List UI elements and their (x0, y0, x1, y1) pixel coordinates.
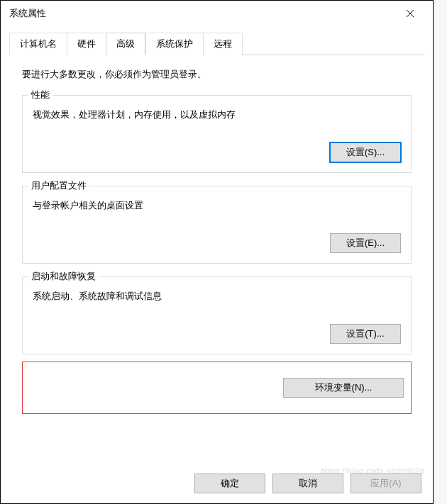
admin-note: 要进行大多数更改，你必须作为管理员登录。 (22, 68, 412, 81)
tab-panel-advanced: 要进行大多数更改，你必须作为管理员登录。 性能 视觉效果，处理器计划，内存使用，… (9, 55, 424, 421)
dialog-title: 系统属性 (9, 7, 46, 20)
group-performance-desc: 视觉效果，处理器计划，内存使用，以及虚拟内存 (33, 108, 401, 121)
group-startup-recovery-actions: 设置(T)... (33, 324, 401, 344)
dialog-footer: 确定 取消 应用(A) (194, 474, 421, 493)
group-user-profiles-actions: 设置(E)... (33, 233, 401, 253)
group-performance: 性能 视觉效果，处理器计划，内存使用，以及虚拟内存 设置(S)... (22, 95, 412, 173)
close-button[interactable] (396, 3, 424, 24)
tab-remote[interactable]: 远程 (203, 33, 243, 55)
group-user-profiles-desc: 与登录帐户相关的桌面设置 (33, 199, 401, 212)
system-properties-dialog: 系统属性 计算机名 硬件 高级 系统保护 远程 要进行大多数更改，你必须作为管理… (0, 0, 434, 504)
dialog-content: 计算机名 硬件 高级 系统保护 远程 要进行大多数更改，你必须作为管理员登录。 … (1, 26, 433, 421)
tab-hardware[interactable]: 硬件 (67, 33, 106, 55)
group-startup-recovery: 启动和故障恢复 系统启动、系统故障和调试信息 设置(T)... (22, 276, 412, 354)
tab-system-protection[interactable]: 系统保护 (145, 33, 204, 55)
tab-strip: 计算机名 硬件 高级 系统保护 远程 (9, 32, 424, 55)
environment-variables-highlight: 环境变量(N)... (22, 362, 412, 414)
group-startup-recovery-legend: 启动和故障恢复 (28, 270, 99, 283)
startup-recovery-settings-button[interactable]: 设置(T)... (330, 324, 401, 344)
group-user-profiles: 用户配置文件 与登录帐户相关的桌面设置 设置(E)... (22, 186, 412, 264)
environment-variables-button[interactable]: 环境变量(N)... (283, 378, 404, 398)
group-user-profiles-legend: 用户配置文件 (28, 179, 89, 192)
cancel-button[interactable]: 取消 (272, 474, 343, 493)
group-performance-actions: 设置(S)... (33, 142, 401, 162)
ok-button[interactable]: 确定 (194, 474, 265, 493)
background-fragment (434, 0, 447, 504)
user-profiles-settings-button[interactable]: 设置(E)... (330, 233, 401, 253)
group-performance-legend: 性能 (28, 89, 53, 101)
close-icon (406, 9, 414, 18)
performance-settings-button[interactable]: 设置(S)... (330, 142, 401, 162)
group-startup-recovery-desc: 系统启动、系统故障和调试信息 (33, 290, 401, 303)
apply-button: 应用(A) (351, 474, 421, 493)
titlebar: 系统属性 (1, 1, 433, 26)
tab-advanced[interactable]: 高级 (106, 33, 145, 55)
tab-computer-name[interactable]: 计算机名 (9, 33, 67, 55)
